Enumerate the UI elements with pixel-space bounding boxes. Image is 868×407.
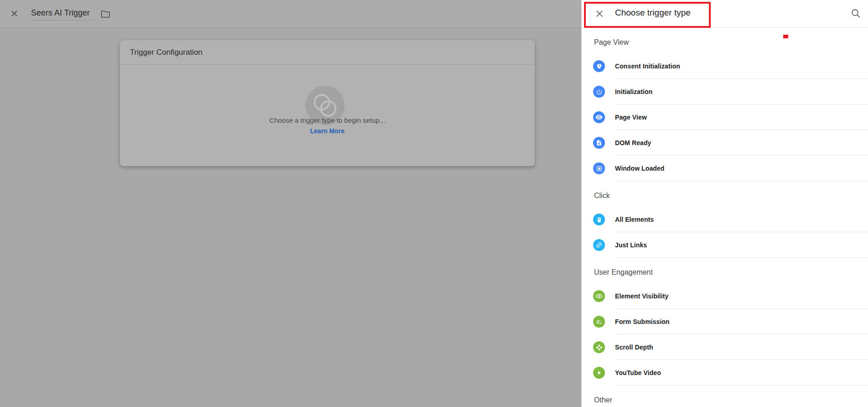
trigger-row-form-submission[interactable]: Form Submission [582,309,868,334]
card-title: Trigger Configuration [130,48,202,57]
section-title-other: Other [582,386,868,407]
trigger-row-page-view[interactable]: Page View [582,104,868,130]
document-icon [593,137,605,149]
trigger-row-label: Element Visibility [615,292,668,300]
window-icon [593,162,605,174]
trigger-row-consent-initialization[interactable]: Consent Initialization [582,53,868,79]
trigger-row-element-visibility[interactable]: Element Visibility [582,283,868,309]
trigger-row-label: Consent Initialization [615,63,680,70]
trigger-row-label: Window Loaded [615,165,665,172]
card-header: Trigger Configuration [120,40,535,65]
move-icon [593,341,605,353]
trigger-row-label: All Elements [615,216,654,223]
setup-caption: Choose a trigger type to begin setup... [120,116,535,124]
power-icon [593,86,605,98]
trigger-type-list: Page ViewConsent InitializationInitializ… [582,28,868,407]
close-icon[interactable] [594,9,604,19]
trigger-row-youtube-video[interactable]: YouTube Video [582,360,868,386]
section-title-click: Click [582,181,868,207]
trigger-row-label: YouTube Video [615,369,661,376]
dimmed-workspace: Seers AI Trigger Trigger Configuration C… [0,0,581,407]
trigger-row-label: Page View [615,114,647,121]
trigger-row-just-links[interactable]: Just Links [582,232,868,258]
trigger-row-label: Scroll Depth [615,344,653,351]
section-title-page-view: Page View [582,28,868,53]
section-title-user-engagement: User Engagement [582,258,868,283]
trigger-configuration-card: Trigger Configuration Choose a trigger t… [120,40,535,166]
card-body: Choose a trigger type to begin setup... … [120,65,535,166]
trigger-name-field[interactable]: Seers AI Trigger [31,8,95,21]
mouse-icon [593,214,605,225]
trigger-row-label: DOM Ready [615,139,651,146]
learn-more-link[interactable]: Learn More [120,127,535,135]
workspace-titlebar: Seers AI Trigger [0,0,581,28]
trigger-row-label: Initialization [615,88,652,95]
trigger-row-label: Just Links [615,241,647,249]
eye-icon [593,111,605,123]
trigger-row-dom-ready[interactable]: DOM Ready [582,130,868,156]
trigger-row-scroll-depth[interactable]: Scroll Depth [582,334,868,360]
trigger-row-label: Form Submission [615,318,670,325]
eye-outline-icon [593,290,605,302]
search-icon[interactable] [850,8,861,19]
folder-icon[interactable] [101,10,110,18]
trigger-row-initialization[interactable]: Initialization [582,79,868,104]
panel-title: Choose trigger type [615,8,691,18]
shield-icon [593,60,605,72]
link-icon [593,239,605,251]
play-icon [593,367,605,379]
trigger-row-all-elements[interactable]: All Elements [582,207,868,232]
panel-header: Choose trigger type [582,0,868,28]
close-icon[interactable] [10,10,18,17]
choose-trigger-type-panel: Choose trigger type Page ViewConsent Ini… [581,0,868,407]
trigger-row-window-loaded[interactable]: Window Loaded [582,156,868,181]
form-check-icon [593,316,605,328]
